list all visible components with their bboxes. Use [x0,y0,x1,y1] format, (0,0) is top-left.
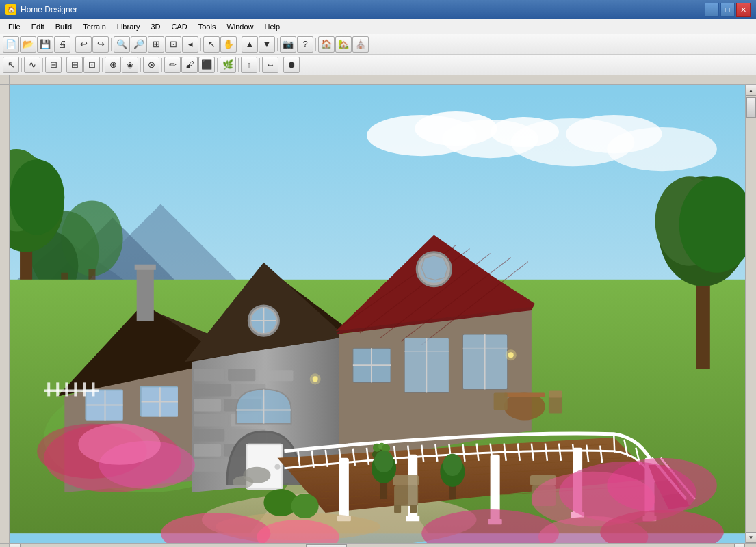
toolbar-btn-undo[interactable]: ↩ [75,36,92,53]
toolbar-sep-sep6 [315,38,316,51]
toolbar2-btn-symbol[interactable]: ⊕ [105,57,121,73]
menu-terrain[interactable]: Terrain [77,20,112,34]
toolbar-btn-new[interactable]: 📄 [3,36,19,53]
svg-rect-28 [135,265,156,270]
scroll-down-button[interactable]: ▼ [746,532,757,543]
h-scroll-track[interactable] [21,544,734,548]
toolbar2-sep-sep4 [102,58,103,72]
svg-point-62 [274,464,280,470]
svg-rect-167 [83,382,86,396]
scroll-thumb[interactable] [746,97,756,118]
toolbar2-btn-brush[interactable]: 🖌 [181,57,198,73]
toolbar-btn-house1[interactable]: 🏠 [318,36,335,53]
toolbar2-btn-dimension[interactable]: ↔ [262,57,278,73]
scroll-track[interactable] [746,96,756,532]
toolbar-btn-floor-up[interactable]: ▲ [242,36,258,53]
toolbar2-btn-wall[interactable]: ⊟ [45,57,62,73]
toolbar2-sep-sep9 [259,58,260,72]
top-ruler [10,75,756,85]
toolbar-btn-select[interactable]: ↖ [203,36,220,53]
toolbar-main: 📄📂💾🖨↩↪🔍🔎⊞⊡◂↖✋▲▼📷?🏠🏡⛪ [0,34,756,55]
close-button[interactable]: ✕ [736,3,751,17]
vertical-scrollbar[interactable]: ▲ ▼ [745,85,756,543]
svg-rect-166 [74,382,77,396]
left-ruler [0,85,10,543]
minimize-button[interactable]: ─ [705,3,719,17]
toolbar2-btn-layer[interactable]: ◈ [122,57,138,73]
scene-svg [10,85,745,543]
toolbar-btn-open[interactable]: 📂 [20,36,36,53]
toolbar2-btn-pencil[interactable]: ✏ [164,57,181,73]
toolbar-btn-house3[interactable]: ⛪ [352,36,369,53]
toolbar2-sep-sep3 [64,58,64,72]
toolbar2-btn-record[interactable]: ⏺ [283,57,300,73]
menu-3d[interactable]: 3D [145,20,166,34]
toolbar-btn-floor-down[interactable]: ▼ [259,36,275,53]
menu-cad[interactable]: CAD [166,20,192,34]
horizontal-scrollbar-container: ◄ ► [0,543,756,547]
toolbar2-sep-sep2 [42,58,43,72]
maximize-button[interactable]: □ [720,3,735,17]
toolbar-btn-zoom-in[interactable]: 🔎 [131,36,147,53]
toolbar2-btn-stair[interactable]: ⊞ [66,57,83,73]
svg-rect-163 [47,382,50,396]
h-scroll-thumb[interactable] [306,544,347,548]
canvas-area[interactable] [10,85,745,543]
window-controls: ─ □ ✕ [705,3,751,17]
menu-help[interactable]: Help [259,20,286,34]
toolbar-btn-zoom-fit[interactable]: ⊡ [165,36,181,53]
toolbar2-btn-draw1[interactable]: ∿ [24,57,40,73]
scroll-up-button[interactable]: ▲ [746,85,757,96]
toolbar2-btn-room[interactable]: ⊡ [83,57,100,73]
toolbar-btn-print[interactable]: 🖨 [54,36,70,53]
svg-point-19 [10,159,64,235]
toolbar2-sep-sep7 [217,58,218,72]
toolbar-sep-sep2 [111,38,112,51]
svg-point-183 [506,349,517,360]
svg-rect-27 [137,266,154,321]
svg-line-114 [614,436,614,453]
svg-rect-41 [194,384,231,396]
toolbar-btn-camera[interactable]: 📷 [280,36,296,53]
svg-point-150 [374,451,393,472]
svg-point-181 [310,373,321,384]
menu-tools[interactable]: Tools [193,20,222,34]
toolbar-btn-house2[interactable]: 🏡 [335,36,352,53]
toolbar2-btn-arrow[interactable]: ↑ [241,57,257,73]
menu-edit[interactable]: Edit [26,20,50,34]
toolbar2-btn-fill[interactable]: ⬛ [198,57,215,73]
svg-rect-142 [394,485,418,506]
toolbar2-btn-copy[interactable]: ⊗ [143,57,159,73]
svg-rect-162 [44,389,99,392]
toolbar-sep-sep5 [277,38,278,51]
toolbar2-btn-select2[interactable]: ↖ [3,57,19,73]
toolbar-sep-sep1 [73,38,73,51]
menu-file[interactable]: File [3,20,26,34]
svg-rect-47 [194,429,224,442]
svg-rect-168 [92,382,94,396]
svg-rect-137 [494,392,508,410]
toolbar2-sep-sep6 [161,58,162,72]
toolbar-btn-help-btn[interactable]: ? [297,36,313,53]
menu-bar: FileEditBuildTerrainLibrary3DCADToolsWin… [0,19,756,34]
menu-build[interactable]: Build [50,20,77,34]
toolbar-sep-sep4 [239,38,239,51]
toolbar2-btn-plants[interactable]: 🌿 [220,57,236,73]
svg-rect-118 [339,458,349,520]
svg-point-7 [607,127,717,171]
svg-rect-136 [549,390,562,397]
toolbar-btn-save[interactable]: 💾 [37,36,53,53]
toolbar-btn-pan[interactable]: ✋ [220,36,237,53]
toolbar-btn-redo[interactable]: ↪ [92,36,109,53]
svg-rect-144 [394,505,401,513]
ruler-corner [0,75,10,85]
toolbar-btn-zoom-out[interactable]: 🔍 [114,36,130,53]
toolbar-btn-zoom-window[interactable]: ⊞ [148,36,164,53]
menu-library[interactable]: Library [112,20,146,34]
app-icon: 🏠 [5,4,16,15]
menu-window[interactable]: Window [221,20,259,34]
svg-rect-39 [228,369,255,381]
toolbar-btn-zoom-prev[interactable]: ◂ [182,36,198,53]
scroll-right-button[interactable]: ► [734,544,745,548]
scroll-left-button[interactable]: ◄ [10,544,21,548]
